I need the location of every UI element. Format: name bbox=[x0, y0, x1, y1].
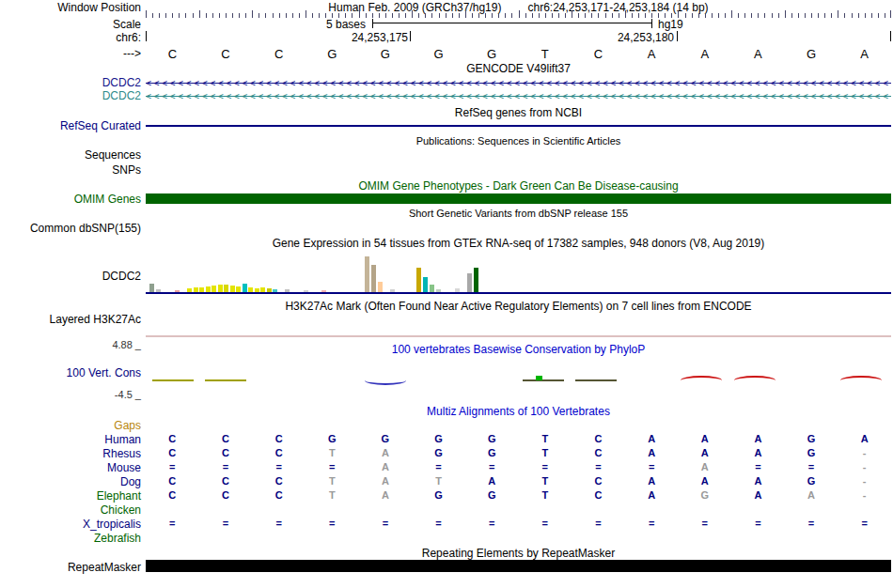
ruler-tick bbox=[890, 10, 891, 18]
layered-h3k27ac-label[interactable]: Layered H3K27Ac bbox=[0, 313, 141, 326]
gtex-gene-label[interactable]: DCDC2 bbox=[0, 270, 141, 283]
multiz-row-gaps[interactable]: Gaps bbox=[0, 419, 893, 433]
refseq-gene-bar[interactable] bbox=[146, 125, 891, 127]
conservation-segment bbox=[840, 376, 882, 380]
multiz-species-label[interactable]: Mouse bbox=[0, 461, 141, 474]
ruler-tick bbox=[718, 13, 719, 18]
multiz-base: = bbox=[785, 518, 838, 529]
base-letter: A bbox=[625, 47, 679, 61]
multiz-base: = bbox=[678, 518, 731, 529]
ruler-edge-tick-left bbox=[146, 31, 147, 41]
multiz-species-label[interactable]: Gaps bbox=[0, 419, 141, 432]
gtex-bar bbox=[423, 277, 428, 292]
multiz-row-dog[interactable]: DogCCCTATATCAAAG- bbox=[0, 475, 893, 489]
multiz-rows[interactable]: GapsHumanCCCGGGGTCAAAGARhesusCCCTAGGTCAA… bbox=[0, 419, 893, 546]
multiz-species-label[interactable]: Rhesus bbox=[0, 447, 141, 460]
cons-wiggle[interactable] bbox=[146, 357, 891, 399]
multiz-base: = bbox=[519, 461, 572, 472]
multiz-species-label[interactable]: X_tropicalis bbox=[0, 518, 141, 531]
multiz-row-zebrafish[interactable]: Zebrafish bbox=[0, 532, 893, 546]
multiz-base: = bbox=[199, 461, 253, 472]
gencode-gene-line-1[interactable]: <<<<<<<<<<<<<<<<<<<<<<<<<<<<<<<<<<<<<<<<… bbox=[146, 78, 891, 88]
repeatmasker-label[interactable]: RepeatMasker bbox=[0, 561, 141, 574]
multiz-base: = bbox=[838, 518, 891, 529]
multiz-row-human[interactable]: HumanCCCGGGGTCAAAGA bbox=[0, 433, 893, 447]
multiz-base: = bbox=[731, 518, 785, 529]
multiz-species-label[interactable]: Dog bbox=[0, 475, 141, 488]
ruler-tick bbox=[638, 13, 639, 18]
conservation-track-title: 100 vertebrates Basewise Conservation by… bbox=[146, 343, 891, 356]
ruler-tick bbox=[791, 13, 792, 18]
snps-label[interactable]: SNPs bbox=[0, 163, 141, 177]
ruler-tick bbox=[532, 13, 533, 18]
multiz-base: G bbox=[465, 447, 519, 458]
gtex-bars[interactable] bbox=[146, 255, 891, 292]
ruler-tick bbox=[744, 13, 745, 18]
multiz-base: = bbox=[412, 461, 465, 472]
multiz-row-chicken[interactable]: Chicken bbox=[0, 503, 893, 518]
multiz-sequence bbox=[146, 503, 891, 518]
ruler-tick bbox=[824, 13, 825, 18]
ruler-tick bbox=[252, 10, 253, 18]
ruler-tick bbox=[258, 13, 259, 18]
multiz-base: = bbox=[306, 461, 359, 472]
multiz-base: C bbox=[146, 447, 199, 458]
multiz-base: T bbox=[306, 475, 359, 487]
multiz-sequence: CCCTATATCAAAG- bbox=[146, 475, 891, 489]
base-letter: A bbox=[678, 47, 731, 61]
scale-label: Scale bbox=[0, 18, 141, 31]
ruler-tick bbox=[751, 13, 752, 18]
ruler-tick bbox=[738, 13, 739, 18]
gencode-gene-label[interactable]: DCDC2 bbox=[0, 89, 141, 102]
conservation-label[interactable]: 100 Vert. Cons bbox=[0, 366, 141, 379]
gencode-gene-label[interactable]: DCDC2 bbox=[0, 76, 141, 89]
publications-track-title: Publications: Sequences in Scientific Ar… bbox=[146, 135, 891, 147]
ruler-tick bbox=[193, 13, 194, 18]
multiz-row-mouse[interactable]: Mouse====A=====A==- bbox=[0, 461, 893, 475]
multiz-row-x_tropicalis[interactable]: X_tropicalis============== bbox=[0, 518, 893, 532]
refseq-curated-label[interactable]: RefSeq Curated bbox=[0, 119, 141, 132]
sequences-label[interactable]: Sequences bbox=[0, 148, 141, 162]
repeatmasker-bar[interactable] bbox=[146, 560, 891, 572]
h3k27ac-baseline[interactable] bbox=[146, 335, 891, 337]
ruler-tick bbox=[359, 10, 360, 18]
refseq-track-title: RefSeq genes from NCBI bbox=[146, 106, 891, 119]
multiz-base: C bbox=[146, 489, 199, 501]
scale-value: 5 bases bbox=[326, 18, 366, 31]
multiz-species-label[interactable]: Zebrafish bbox=[0, 532, 141, 545]
gtex-bar bbox=[230, 286, 235, 292]
gencode-gene-line-2[interactable]: <<<<<<<<<<<<<<<<<<<<<<<<<<<<<<<<<<<<<<<<… bbox=[146, 91, 891, 101]
ruler-tick bbox=[405, 13, 406, 18]
multiz-base: T bbox=[306, 489, 359, 501]
multiz-base: = bbox=[146, 461, 199, 472]
omim-genes-label[interactable]: OMIM Genes bbox=[0, 193, 141, 206]
multiz-base: = bbox=[146, 518, 199, 529]
multiz-species-label[interactable]: Elephant bbox=[0, 489, 141, 503]
multiz-row-rhesus[interactable]: RhesusCCCTAGGTCAAAG- bbox=[0, 447, 893, 461]
ruler-tick bbox=[165, 13, 166, 18]
ruler-tick bbox=[418, 13, 419, 18]
omim-gene-bar[interactable] bbox=[146, 193, 891, 204]
coordinate-right: 24,253,180 bbox=[582, 31, 674, 44]
ruler-tick bbox=[798, 13, 799, 18]
multiz-base: - bbox=[838, 447, 891, 458]
window-position-label: Window Position bbox=[0, 1, 141, 14]
ruler-tick bbox=[452, 13, 453, 18]
multiz-species-label[interactable]: Chicken bbox=[0, 503, 141, 517]
multiz-species-label[interactable]: Human bbox=[0, 433, 141, 446]
ruler-tick bbox=[772, 13, 773, 18]
ruler-tick bbox=[685, 13, 686, 18]
multiz-sequence: CCCTAGGTCAGAA- bbox=[146, 489, 891, 503]
multiz-base: C bbox=[252, 489, 306, 501]
multiz-base: A bbox=[625, 489, 679, 501]
multiz-row-elephant[interactable]: ElephantCCCTAGGTCAGAA- bbox=[0, 489, 893, 503]
ruler-tick bbox=[431, 13, 432, 18]
ruler-tick bbox=[598, 13, 599, 18]
multiz-base: T bbox=[519, 475, 572, 487]
multiz-base: A bbox=[731, 433, 785, 444]
multiz-base: = bbox=[572, 461, 625, 472]
base-letter: C bbox=[199, 47, 253, 61]
multiz-base: G bbox=[412, 433, 465, 444]
ruler-tick bbox=[219, 13, 220, 18]
common-dbsnp-label[interactable]: Common dbSNP(155) bbox=[0, 222, 141, 235]
